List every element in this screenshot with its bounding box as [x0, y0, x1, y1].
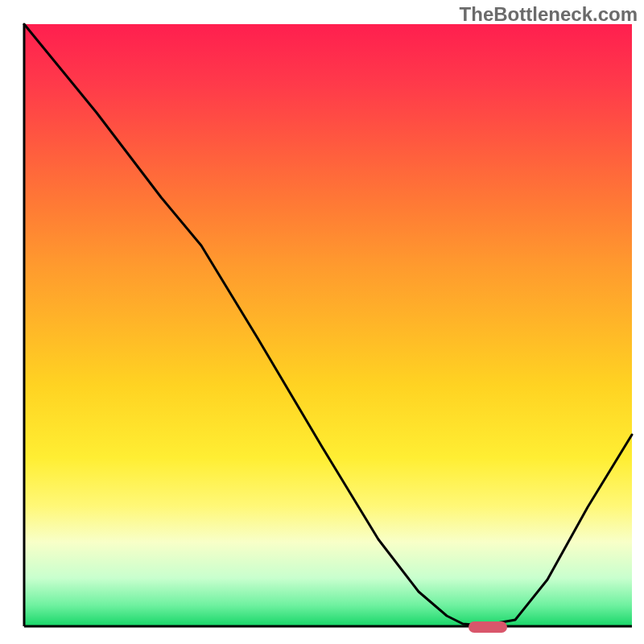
watermark-text: TheBottleneck.com [460, 3, 638, 26]
optimum-marker [469, 621, 507, 633]
chart-svg [0, 0, 644, 644]
plot-background [24, 24, 632, 626]
chart-canvas: TheBottleneck.com [0, 0, 644, 644]
